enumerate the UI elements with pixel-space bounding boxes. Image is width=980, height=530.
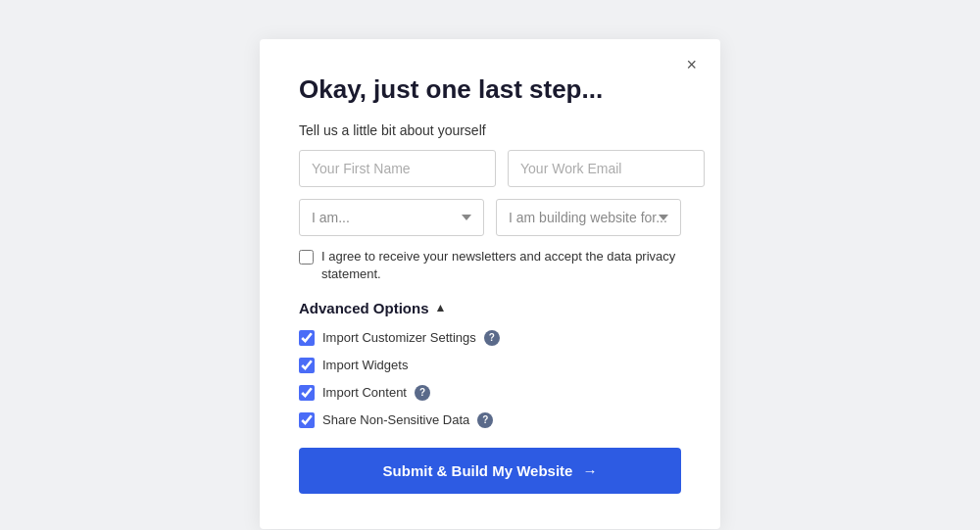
modal-overlay: × Okay, just one last step... Tell us a … — [0, 0, 980, 530]
import-content-checkbox[interactable] — [299, 385, 315, 401]
share-data-checkbox[interactable] — [299, 412, 315, 428]
share-data-help-icon[interactable]: ? — [477, 412, 493, 428]
advanced-options-toggle[interactable]: Advanced Options ▲ — [299, 300, 681, 316]
import-content-help-icon[interactable]: ? — [415, 385, 430, 401]
share-data-label[interactable]: Share Non-Sensitive Data — [322, 412, 469, 427]
modal-container: × Okay, just one last step... Tell us a … — [260, 39, 720, 529]
close-button[interactable]: × — [686, 55, 697, 75]
first-name-input[interactable] — [299, 150, 496, 187]
import-customizer-checkbox[interactable] — [299, 330, 315, 346]
option-row-2: Import Content ? — [299, 385, 681, 401]
advanced-options-title: Advanced Options — [299, 300, 429, 316]
option-row-1: Import Widgets — [299, 358, 681, 373]
selects-row: I am... Developer Designer Business Owne… — [299, 199, 681, 236]
newsletter-checkbox-row: I agree to receive your newsletters and … — [299, 248, 681, 283]
submit-button[interactable]: Submit & Build My Website → — [299, 448, 681, 494]
option-row-0: Import Customizer Settings ? — [299, 330, 681, 346]
name-email-row — [299, 150, 681, 187]
submit-label: Submit & Build My Website — [383, 462, 573, 479]
submit-arrow-icon: → — [582, 462, 597, 479]
building-for-select[interactable]: I am building website for... Myself A Cl… — [496, 199, 681, 236]
option-row-3: Share Non-Sensitive Data ? — [299, 412, 681, 428]
import-widgets-label[interactable]: Import Widgets — [322, 358, 408, 372]
import-customizer-label[interactable]: Import Customizer Settings — [322, 330, 476, 345]
chevron-up-icon: ▲ — [435, 301, 447, 314]
import-customizer-help-icon[interactable]: ? — [484, 330, 500, 346]
work-email-input[interactable] — [508, 150, 705, 187]
newsletter-checkbox[interactable] — [299, 250, 314, 265]
i-am-select[interactable]: I am... Developer Designer Business Owne… — [299, 199, 484, 236]
modal-title: Okay, just one last step... — [299, 74, 681, 105]
newsletter-label[interactable]: I agree to receive your newsletters and … — [321, 248, 681, 283]
import-content-label[interactable]: Import Content — [322, 385, 407, 400]
import-widgets-checkbox[interactable] — [299, 358, 315, 373]
section-label: Tell us a little bit about yourself — [299, 122, 681, 138]
